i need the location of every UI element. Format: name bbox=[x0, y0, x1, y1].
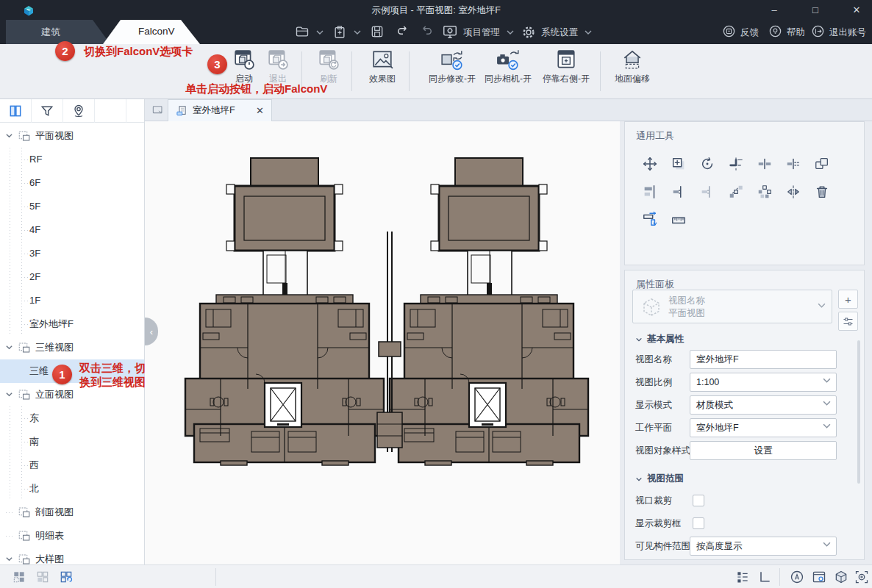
object-style-settings-button[interactable]: 设置 bbox=[690, 441, 837, 460]
tree-item-outdoor-ground[interactable]: 室外地坪F bbox=[0, 312, 144, 336]
tree-item-2f[interactable]: 2F bbox=[0, 265, 144, 289]
tool-align-left-icon[interactable] bbox=[693, 178, 721, 206]
tree-item-3f[interactable]: 3F bbox=[0, 242, 144, 265]
undo-icon[interactable] bbox=[395, 24, 411, 39]
tab-architecture[interactable]: 建筑 bbox=[6, 20, 110, 44]
tool-copy-icon[interactable] bbox=[664, 150, 693, 178]
system-settings-icon[interactable] bbox=[521, 24, 537, 40]
tree-group-3d-views[interactable]: 三维视图 bbox=[0, 336, 144, 359]
help-button[interactable]: 帮助 bbox=[787, 26, 805, 39]
document-tab-active[interactable]: 室外地坪F ✕ bbox=[168, 99, 272, 121]
project-management-dropdown-icon[interactable] bbox=[507, 29, 514, 35]
minimize-button[interactable]: – bbox=[765, 4, 784, 15]
crop-region-icon[interactable] bbox=[757, 570, 772, 584]
sync-camera-toggle-button[interactable]: 同步相机-开 bbox=[481, 49, 535, 94]
feedback-icon[interactable] bbox=[722, 24, 736, 38]
sidebar-toolbar-spacer bbox=[95, 99, 126, 123]
visible-range-select[interactable]: 按高度显示 bbox=[690, 537, 837, 556]
menu-bar: 建筑 FalconV bbox=[0, 20, 872, 44]
tree-group-schedules[interactable]: 明细表 bbox=[0, 524, 144, 548]
plan-view-icon bbox=[18, 388, 31, 401]
properties-list-icon[interactable] bbox=[735, 570, 750, 584]
tree-item-west[interactable]: 西 bbox=[0, 453, 144, 477]
tree-group-section-views[interactable]: 剖面视图 bbox=[0, 501, 144, 524]
shaded-box-icon[interactable] bbox=[834, 570, 848, 584]
type-selector[interactable]: 视图名称 平面视图 bbox=[632, 290, 832, 323]
reset-selection-icon[interactable] bbox=[59, 570, 74, 584]
filter-button[interactable] bbox=[32, 99, 63, 123]
system-settings-dropdown-icon[interactable] bbox=[585, 29, 592, 35]
show-crop-box-checkbox[interactable] bbox=[693, 517, 704, 529]
view-range-section-header[interactable]: 视图范围 bbox=[635, 473, 684, 485]
tool-measure-icon[interactable] bbox=[664, 206, 693, 234]
paste-dropdown-icon[interactable] bbox=[354, 29, 361, 35]
tab-falconv[interactable]: FalconV bbox=[103, 20, 200, 44]
tool-mirror-icon[interactable] bbox=[779, 178, 807, 206]
project-management-menu[interactable]: 项目管理 bbox=[463, 26, 500, 39]
close-button[interactable]: ✕ bbox=[847, 4, 866, 15]
view-tree: 平面视图 RF 6F 5F 4F 3F 2F 1F 室外地坪F 三维视图 三维 … bbox=[0, 124, 144, 564]
visible-range-label: 可见构件范围 bbox=[635, 537, 690, 556]
tree-item-north[interactable]: 北 bbox=[0, 477, 144, 501]
properties-scrollbar[interactable] bbox=[857, 340, 860, 484]
annotation-visibility-icon[interactable] bbox=[790, 570, 804, 584]
render-button[interactable]: 效果图 bbox=[363, 49, 401, 94]
tool-rotate-icon[interactable] bbox=[693, 150, 721, 178]
view-scale-select[interactable]: 1:100 bbox=[690, 373, 837, 392]
sync-edit-toggle-button[interactable]: 同步修改-开 bbox=[425, 49, 479, 94]
help-icon[interactable] bbox=[768, 24, 782, 38]
locate-button[interactable] bbox=[63, 99, 95, 123]
tree-item-east[interactable]: 东 bbox=[0, 406, 144, 430]
open-folder-icon[interactable] bbox=[294, 24, 310, 39]
display-mode-select[interactable]: 材质模式 bbox=[690, 395, 837, 415]
tree-group-plan-views[interactable]: 平面视图 bbox=[0, 124, 144, 148]
tool-wall-split-icon[interactable] bbox=[779, 150, 807, 178]
tree-item-6f[interactable]: 6F bbox=[0, 171, 144, 195]
chevron-down-icon bbox=[5, 343, 13, 351]
panel-layout-button[interactable] bbox=[0, 99, 32, 123]
logout-button[interactable]: 退出账号 bbox=[829, 26, 866, 39]
tool-move-icon[interactable] bbox=[635, 150, 664, 178]
drawing-canvas[interactable] bbox=[145, 121, 620, 564]
add-property-button[interactable]: + bbox=[838, 290, 858, 309]
tree-group-detail-views[interactable]: 大样图 bbox=[0, 548, 144, 564]
tool-match-properties-icon[interactable] bbox=[807, 150, 836, 178]
tool-corner-trim-icon[interactable] bbox=[721, 150, 750, 178]
tree-item-south[interactable]: 南 bbox=[0, 430, 144, 453]
tool-array-icon[interactable] bbox=[721, 178, 750, 206]
show-crop-box-label: 显示裁剪框 bbox=[635, 514, 682, 533]
logout-icon[interactable] bbox=[811, 24, 825, 38]
tree-item-1f[interactable]: 1F bbox=[0, 289, 144, 312]
paste-icon[interactable] bbox=[332, 24, 347, 40]
select-elements-icon[interactable] bbox=[12, 570, 26, 584]
tree-item-rf[interactable]: RF bbox=[0, 148, 144, 171]
float-view-icon[interactable] bbox=[151, 104, 164, 115]
document-tab-close-icon[interactable]: ✕ bbox=[256, 105, 264, 116]
zoom-fit-icon[interactable] bbox=[854, 570, 869, 584]
feedback-button[interactable]: 反馈 bbox=[740, 26, 759, 39]
viewport-crop-checkbox[interactable] bbox=[693, 495, 704, 506]
view-window-settings-icon[interactable] bbox=[812, 570, 826, 584]
display-mode-label: 显示模式 bbox=[635, 395, 672, 415]
project-management-icon[interactable] bbox=[442, 24, 458, 40]
save-icon[interactable] bbox=[370, 24, 385, 39]
tool-offset-icon[interactable] bbox=[635, 206, 664, 234]
system-settings-menu[interactable]: 系统设置 bbox=[541, 26, 578, 39]
maximize-button[interactable]: □ bbox=[806, 4, 825, 15]
tree-item-4f[interactable]: 4F bbox=[0, 218, 144, 242]
property-settings-button[interactable] bbox=[838, 312, 858, 331]
open-folder-dropdown-icon[interactable] bbox=[316, 29, 324, 35]
tool-delete-icon[interactable] bbox=[807, 178, 836, 206]
redo-icon[interactable] bbox=[418, 24, 435, 39]
tool-align-stack-icon[interactable] bbox=[635, 178, 664, 206]
tool-group-icon[interactable] bbox=[750, 178, 779, 206]
ground-offset-button[interactable]: 地面偏移 bbox=[609, 49, 656, 94]
tool-split-icon[interactable] bbox=[750, 150, 779, 178]
view-name-input[interactable] bbox=[690, 350, 837, 369]
work-plane-select[interactable]: 室外地坪F bbox=[690, 418, 837, 437]
tool-align-right-icon[interactable] bbox=[664, 178, 693, 206]
basic-properties-section-header[interactable]: 基本属性 bbox=[635, 333, 684, 345]
select-none-icon[interactable] bbox=[35, 570, 50, 584]
dock-right-toggle-button[interactable]: 停靠右侧-开 bbox=[537, 49, 596, 94]
tree-item-5f[interactable]: 5F bbox=[0, 195, 144, 218]
